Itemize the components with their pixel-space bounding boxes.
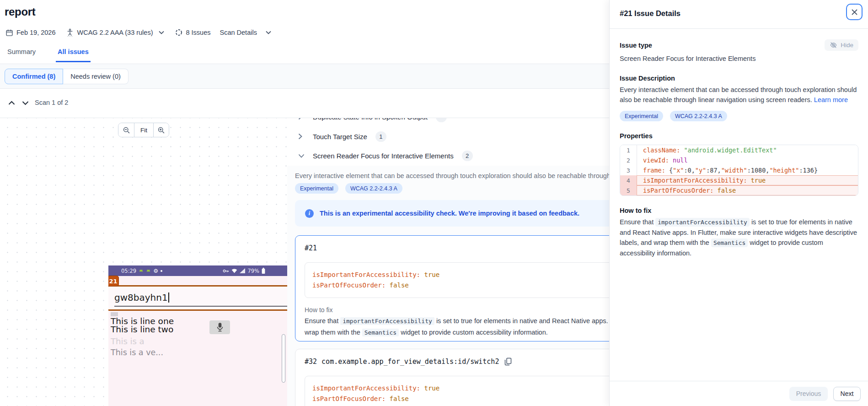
drawer-badges: Experimental WCAG 2.2-2.4.3 A <box>620 111 858 121</box>
properties-label: Properties <box>620 132 858 140</box>
report-meta-row: Feb 19, 2026 WCAG 2.2 AAA (33 rules) 8 I… <box>5 28 271 37</box>
filter-confirmed-button[interactable]: Confirmed (8) <box>5 69 63 84</box>
code-line: viewId: null <box>637 155 688 165</box>
chevron-right-icon <box>298 118 305 120</box>
tab-summary[interactable]: Summary <box>5 46 38 62</box>
inline-code: Semantics <box>711 238 748 247</box>
code-line: isPartOfFocusOrder: false <box>637 185 736 195</box>
edittext-underline <box>114 306 287 307</box>
signal-icon <box>240 268 245 273</box>
edittext-field: gw8bayhn1 <box>114 292 284 303</box>
line-number: 5 <box>620 185 637 195</box>
hint-text: This is a <box>111 336 145 346</box>
report-tabs: Summary All issues <box>5 46 91 62</box>
device-status-bar: 05:29 ⚙ 79% <box>108 265 287 276</box>
wcag-ruleset-dropdown[interactable]: WCAG 2.2 AAA (33 rules) <box>66 28 164 37</box>
drawer-body: Issue type Hide Screen Reader Focus for … <box>620 29 858 258</box>
line-number: 4 <box>620 175 637 185</box>
how-to-fix-label: How to fix <box>620 207 858 214</box>
zoom-fit-button[interactable]: Fit <box>134 123 153 137</box>
eye-off-icon <box>830 42 837 49</box>
accessibility-person-icon <box>66 28 74 37</box>
line-number: 1 <box>620 145 637 155</box>
wcag-badge: WCAG 2.2-2.4.3 A <box>345 183 402 194</box>
tab-all-issues[interactable]: All issues <box>56 46 91 62</box>
copy-icon[interactable] <box>504 357 512 366</box>
zoom-out-button[interactable] <box>118 123 134 137</box>
screenshot-viewer: Fit 05:29 ⚙ 79% <box>0 118 287 406</box>
issue-count: 8 Issues <box>175 29 210 36</box>
two-line-text: This is line one This is line two <box>111 317 174 333</box>
edittext-value: gw8bayhn1 <box>114 292 168 303</box>
properties-line: 3frame: {"x":0,"y":87,"width":1080,"heig… <box>620 165 858 175</box>
properties-editor[interactable]: 1className: "android.widget.EditText"2vi… <box>620 145 858 196</box>
settings-gear-icon: ⚙ <box>153 268 158 274</box>
properties-line-highlighted: 4isImportantForAccessibility: true <box>620 175 858 185</box>
code-line: className: "android.widget.EditText" <box>637 145 777 155</box>
next-issue-button[interactable]: Next <box>833 387 861 401</box>
next-scan-button[interactable] <box>18 96 32 110</box>
wcag-ruleset-label: WCAG 2.2 AAA (33 rules) <box>77 29 153 36</box>
section-count-badge: 2 <box>462 151 473 161</box>
inline-code: Semantics <box>362 329 399 336</box>
calendar-icon <box>5 29 13 37</box>
wcag-badge: WCAG 2.2-2.4.3 A <box>670 111 727 121</box>
android-notification-icon <box>146 268 151 273</box>
properties-line-highlighted: 5isPartOfFocusOrder: false <box>620 185 858 195</box>
scan-details-dropdown[interactable]: Scan Details <box>220 29 271 36</box>
inline-code: importantForAccessibility <box>655 218 750 227</box>
previous-issue-button[interactable]: Previous <box>789 387 828 401</box>
battery-percent-label: 79% <box>247 268 259 274</box>
drag-handle <box>111 312 118 316</box>
drawer-footer: Previous Next <box>610 381 868 406</box>
dashed-circle-icon <box>175 29 182 36</box>
section-label: Touch Target Size <box>313 133 367 141</box>
experimental-badge: Experimental <box>295 183 338 194</box>
chevron-right-icon <box>298 133 305 140</box>
info-icon: i <box>305 209 314 218</box>
issue-count-label: 8 Issues <box>186 29 210 36</box>
drawer-header: #21 Issue Details <box>610 0 868 29</box>
truncated-text: This is a ve... <box>111 348 163 357</box>
hide-label: Hide <box>841 42 853 49</box>
zoom-toolbar: Fit <box>118 123 169 137</box>
code-line: isImportantForAccessibility: true <box>637 175 766 185</box>
issue-type-label: Issue type <box>620 42 652 49</box>
section-count-badge <box>436 118 447 122</box>
code-line: frame: {"x":0,"y":87,"width":1080,"heigh… <box>637 165 818 175</box>
drawer-title: #21 Issue Details <box>620 9 680 18</box>
chevron-down-icon <box>266 31 271 34</box>
close-button[interactable] <box>846 4 863 20</box>
inline-code: importantForAccessibility <box>340 317 434 325</box>
properties-line: 2viewId: null <box>620 155 858 165</box>
status-time: 05:29 <box>121 268 136 274</box>
text-cursor <box>168 292 169 303</box>
scan-date: Feb 19, 2026 <box>5 29 55 37</box>
scan-date-label: Feb 19, 2026 <box>16 29 55 36</box>
issue-badges: Experimental WCAG 2.2-2.4.3 A <box>295 183 402 194</box>
filter-needs-review-button[interactable]: Needs review (0) <box>63 69 129 84</box>
issue-marker-region[interactable]: 21 gw8bayhn1 <box>108 285 287 311</box>
app-window: report Feb 19, 2026 WCAG 2.2 AAA (33 rul… <box>0 0 868 406</box>
viewer-scrollbar-thumb[interactable] <box>282 334 285 383</box>
learn-more-link[interactable]: Learn more <box>814 96 848 103</box>
microphone-button <box>209 320 230 334</box>
android-notification-icon <box>139 268 144 273</box>
battery-icon <box>262 268 265 274</box>
zoom-in-button[interactable] <box>153 123 169 137</box>
notification-dot-icon <box>161 270 162 272</box>
device-screenshot[interactable]: 05:29 ⚙ 79% 21 gw8bayhn1 <box>108 265 287 406</box>
banner-text: This is an experimental accessibility ch… <box>320 210 579 217</box>
wifi-icon <box>231 268 237 273</box>
section-count-badge: 1 <box>375 131 386 142</box>
chevron-down-icon <box>159 31 164 34</box>
how-to-fix-text: Ensure that importantForAccessibility is… <box>620 217 858 258</box>
scan-position-label: Scan 1 of 2 <box>35 99 68 106</box>
experimental-badge: Experimental <box>620 111 663 121</box>
section-label: Screen Reader Focus for Interactive Elem… <box>313 152 454 160</box>
section-label: Duplicate State Info in Spoken Output <box>313 118 428 121</box>
hide-issue-button[interactable]: Hide <box>825 39 858 51</box>
issue-marker-badge[interactable]: 21 <box>108 276 119 287</box>
previous-scan-button[interactable] <box>5 96 18 110</box>
line-number: 2 <box>620 155 637 165</box>
